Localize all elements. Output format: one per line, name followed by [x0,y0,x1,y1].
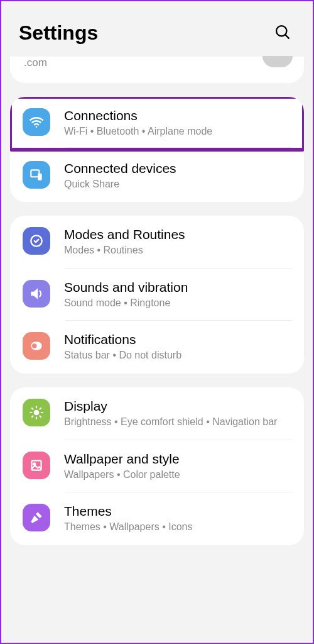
devices-icon [23,161,50,189]
svg-line-15 [32,416,33,417]
svg-point-8 [34,410,40,416]
item-title: Modes and Routines [64,227,291,242]
wifi-icon [23,108,50,136]
settings-item-connections[interactable]: Connections Wi-Fi • Bluetooth • Airplane… [10,97,304,152]
display-icon [23,399,50,426]
item-subtitle: Wallpapers • Color palette [64,468,291,482]
svg-line-13 [32,408,33,409]
item-title: Connections [64,108,291,123]
item-title: Wallpaper and style [64,452,291,467]
svg-point-0 [276,26,286,36]
item-subtitle: Sound mode • Ringtone [64,296,291,310]
settings-group: Connections Wi-Fi • Bluetooth • Airplane… [10,97,304,202]
svg-rect-4 [38,173,41,180]
settings-item-connected-devices[interactable]: Connected devices Quick Share [10,150,304,203]
routines-icon [23,227,50,255]
item-title: Display [64,399,291,414]
item-subtitle: Themes • Wallpapers • Icons [64,520,291,534]
settings-item-modes-routines[interactable]: Modes and Routines Modes • Routines [10,216,304,269]
account-card-partial[interactable]: .com [10,57,304,83]
svg-line-1 [285,35,289,38]
svg-point-2 [36,126,38,128]
item-subtitle: Modes • Routines [64,243,291,257]
avatar [263,56,293,67]
item-title: Connected devices [64,161,291,176]
item-subtitle: Status bar • Do not disturb [64,348,291,362]
item-subtitle: Quick Share [64,177,291,191]
search-icon [274,23,291,43]
header: Settings [1,1,313,57]
page-title: Settings [19,21,98,45]
item-title: Themes [64,504,291,519]
settings-item-wallpaper[interactable]: Wallpaper and style Wallpapers • Color p… [10,440,304,493]
svg-rect-17 [31,460,41,470]
svg-line-16 [40,408,41,409]
settings-item-display[interactable]: Display Brightness • Eye comfort shield … [10,387,304,440]
item-subtitle: Brightness • Eye comfort shield • Naviga… [64,415,291,429]
sound-icon [23,280,50,308]
item-title: Sounds and vibration [64,280,291,295]
notifications-icon [23,332,50,360]
themes-icon [23,504,50,531]
search-button[interactable] [270,20,295,45]
item-subtitle: Wi-Fi • Bluetooth • Airplane mode [64,125,291,138]
settings-group: Display Brightness • Eye comfort shield … [10,387,304,545]
settings-item-notifications[interactable]: Notifications Status bar • Do not distur… [10,321,304,374]
svg-line-14 [40,416,41,417]
settings-item-sounds[interactable]: Sounds and vibration Sound mode • Ringto… [10,269,304,321]
svg-point-7 [32,344,37,349]
settings-item-themes[interactable]: Themes Themes • Wallpapers • Icons [10,492,304,545]
settings-group: Modes and Routines Modes • Routines Soun… [10,216,304,374]
wallpaper-icon [23,452,50,479]
account-email-fragment: .com [21,57,47,69]
item-title: Notifications [64,332,291,347]
